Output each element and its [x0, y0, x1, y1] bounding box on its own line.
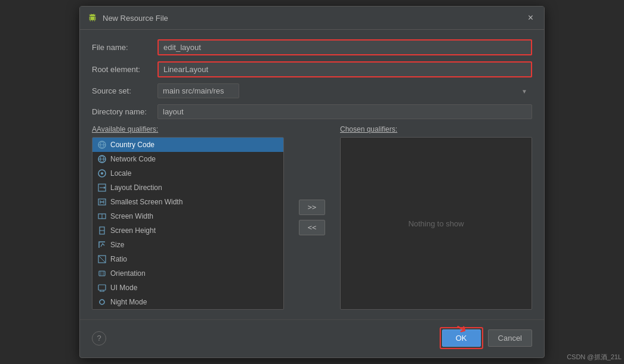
- locale-icon: [97, 169, 107, 178]
- orientation-icon: [97, 269, 107, 278]
- file-name-row: File name:: [92, 39, 532, 55]
- svg-point-28: [100, 300, 104, 304]
- new-resource-file-dialog: New Resource File × File name: Root elem…: [79, 6, 545, 358]
- network-code-icon: [97, 154, 107, 164]
- qualifier-label-night-mode: Night Mode: [110, 298, 147, 306]
- qualifiers-section: AAvailable qualifiers: Country Code: [92, 125, 532, 310]
- svg-point-0: [91, 14, 92, 15]
- file-name-input[interactable]: [157, 39, 532, 55]
- qualifier-label-smallest-screen-width: Smallest Screen Width: [110, 198, 183, 206]
- qualifier-label-layout-direction: Layout Direction: [110, 183, 162, 192]
- svg-point-1: [94, 14, 95, 15]
- night-mode-icon: [97, 297, 107, 307]
- smallest-screen-width-icon: [97, 197, 107, 207]
- qualifier-item-screen-height[interactable]: Screen Height: [92, 223, 283, 238]
- help-button[interactable]: ?: [92, 331, 106, 346]
- watermark: CSDN @抓酒_21L: [567, 353, 622, 362]
- nothing-to-show: Nothing to show: [408, 219, 464, 228]
- dialog-title: New Resource File: [103, 14, 168, 23]
- qualifier-label-screen-width: Screen Width: [110, 212, 153, 220]
- layout-direction-icon: [97, 183, 107, 192]
- source-set-row: Source set: main src/main/res ▼: [92, 83, 532, 98]
- available-qualifiers-label: AAvailable qualifiers:: [92, 125, 284, 133]
- source-set-wrapper: main src/main/res ▼: [157, 83, 532, 98]
- dialog-title-bar: New Resource File ×: [80, 7, 544, 30]
- cancel-button[interactable]: Cancel: [488, 329, 532, 347]
- qualifier-item-layout-direction[interactable]: Layout Direction: [92, 181, 283, 195]
- directory-name-row: Directory name:: [92, 104, 532, 119]
- chosen-qualifiers-list: Nothing to show: [340, 137, 532, 310]
- qualifier-item-ratio[interactable]: Ratio: [92, 252, 283, 266]
- country-code-icon: [97, 140, 107, 150]
- qualifier-item-night-mode[interactable]: Night Mode: [92, 295, 283, 309]
- available-label-underline: A: [92, 125, 97, 133]
- qualifier-item-locale[interactable]: Locale: [92, 166, 283, 181]
- list-inner: Country Code Network Code: [92, 138, 283, 309]
- qualifier-item-screen-width[interactable]: Screen Width: [92, 209, 283, 223]
- available-qualifiers-list[interactable]: Country Code Network Code: [92, 137, 284, 310]
- available-qualifiers-panel: AAvailable qualifiers: Country Code: [92, 125, 284, 310]
- dialog-footer: ? ➜ OK Cancel: [80, 319, 544, 357]
- root-element-row: Root element:: [92, 61, 532, 77]
- qualifier-item-size[interactable]: Size: [92, 238, 283, 252]
- screen-width-icon: [97, 211, 107, 221]
- svg-rect-24: [98, 285, 106, 290]
- ui-mode-icon: [97, 283, 107, 293]
- root-element-input[interactable]: [157, 61, 532, 77]
- source-set-select[interactable]: main src/main/res: [157, 83, 239, 98]
- qualifier-label-network-code: Network Code: [110, 155, 156, 163]
- directory-name-input[interactable]: [157, 104, 532, 119]
- close-button[interactable]: ×: [524, 11, 537, 24]
- qualifier-label-country-code: Country Code: [110, 141, 155, 149]
- svg-rect-21: [99, 271, 105, 276]
- chosen-label-underline: Ch: [340, 125, 349, 133]
- qualifier-item-country-code[interactable]: Country Code: [92, 138, 283, 152]
- dialog-body: File name: Root element: Source set: mai…: [80, 30, 544, 319]
- ratio-icon: [97, 254, 107, 264]
- chosen-qualifiers-label: Chosen qualifiers:: [340, 125, 532, 133]
- source-set-label: Source set:: [92, 86, 157, 95]
- qualifier-item-ui-mode[interactable]: UI Mode: [92, 281, 283, 295]
- qualifier-item-network-code[interactable]: Network Code: [92, 152, 283, 166]
- qualifier-label-ui-mode: UI Mode: [110, 284, 137, 292]
- qualifier-label-locale: Locale: [110, 169, 131, 178]
- arrows-column: >> <<: [291, 125, 333, 310]
- chosen-qualifiers-panel: Chosen qualifiers: Nothing to show: [340, 125, 532, 310]
- size-icon: [97, 240, 107, 250]
- remove-qualifier-button[interactable]: <<: [299, 220, 325, 235]
- qualifier-label-ratio: Ratio: [110, 255, 127, 263]
- qualifier-label-orientation: Orientation: [110, 269, 146, 278]
- title-left: New Resource File: [87, 13, 168, 23]
- qualifier-label-screen-height: Screen Height: [110, 226, 156, 235]
- select-arrow-icon: ▼: [521, 88, 527, 94]
- qualifier-label-size: Size: [110, 241, 124, 249]
- android-icon: [87, 13, 98, 23]
- screen-height-icon: [97, 226, 107, 235]
- qualifier-item-smallest-screen-width[interactable]: Smallest Screen Width: [92, 195, 283, 209]
- list-items: Country Code Network Code: [92, 138, 283, 309]
- directory-name-label: Directory name:: [92, 107, 157, 116]
- root-element-label: Root element:: [92, 65, 157, 74]
- file-name-label: File name:: [92, 43, 157, 52]
- svg-line-20: [98, 256, 106, 263]
- qualifier-item-orientation[interactable]: Orientation: [92, 266, 283, 281]
- svg-point-7: [101, 172, 103, 175]
- add-qualifier-button[interactable]: >>: [299, 200, 325, 215]
